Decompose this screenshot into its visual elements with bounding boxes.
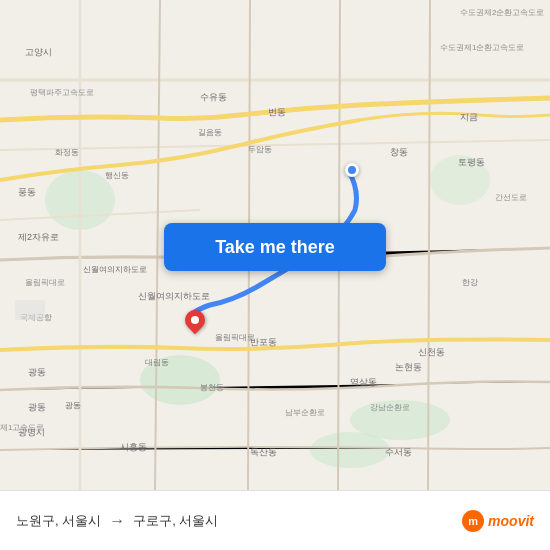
origin-marker	[345, 163, 359, 177]
route-arrow-icon: →	[109, 512, 125, 530]
svg-text:광동: 광동	[65, 401, 81, 410]
svg-text:수유동: 수유동	[200, 92, 227, 102]
svg-text:두암동: 두암동	[248, 145, 272, 154]
moovit-icon: m	[462, 510, 484, 532]
svg-text:풍동: 풍동	[18, 187, 36, 197]
moovit-logo: m moovit	[462, 510, 534, 532]
svg-text:역삼동: 역삼동	[350, 377, 377, 387]
svg-text:광동: 광동	[28, 367, 46, 377]
svg-text:올림픽대로: 올림픽대로	[25, 278, 65, 287]
svg-text:토평동: 토평동	[458, 157, 485, 167]
svg-text:광동: 광동	[28, 402, 46, 412]
svg-rect-55	[15, 300, 45, 320]
svg-text:길음동: 길음동	[198, 128, 222, 137]
svg-text:한강: 한강	[462, 278, 478, 287]
svg-text:대림동: 대림동	[145, 358, 169, 367]
svg-text:고양시: 고양시	[25, 47, 52, 57]
destination-marker	[183, 310, 207, 340]
svg-text:논현동: 논현동	[395, 362, 422, 372]
svg-text:수도권제2순환고속도로: 수도권제2순환고속도로	[460, 8, 544, 17]
svg-text:행신동: 행신동	[105, 171, 129, 180]
svg-text:남부순환로: 남부순환로	[285, 408, 325, 417]
app-container: 평택파주고속도로 고양시 수도권제1순환고속도로 수도권제2순환고속도로 풍동 …	[0, 0, 550, 550]
svg-text:신천동: 신천동	[418, 347, 445, 357]
bottom-navigation-bar: 노원구, 서울시 → 구로구, 서울시 m moovit	[0, 490, 550, 550]
svg-text:화정동: 화정동	[55, 148, 79, 157]
svg-text:독산동: 독산동	[250, 447, 277, 457]
svg-text:지금: 지금	[460, 112, 478, 122]
svg-text:신월여의지하도로: 신월여의지하도로	[138, 291, 210, 301]
svg-text:시흥동: 시흥동	[120, 442, 147, 452]
route-to: 구로구, 서울시	[133, 512, 218, 530]
take-me-there-button[interactable]: Take me there	[164, 223, 386, 271]
svg-text:창동: 창동	[390, 147, 408, 157]
svg-text:수도권제1순환고속도로: 수도권제1순환고속도로	[440, 43, 524, 52]
route-from: 노원구, 서울시	[16, 512, 101, 530]
moovit-text: moovit	[488, 513, 534, 529]
svg-text:번동: 번동	[268, 107, 286, 117]
map-view: 평택파주고속도로 고양시 수도권제1순환고속도로 수도권제2순환고속도로 풍동 …	[0, 0, 550, 490]
svg-text:올림픽대로: 올림픽대로	[215, 333, 255, 342]
svg-text:신월여의지하도로: 신월여의지하도로	[83, 265, 147, 274]
svg-text:수서동: 수서동	[385, 447, 412, 457]
svg-text:간선도로: 간선도로	[495, 193, 527, 202]
svg-text:평택파주고속도로: 평택파주고속도로	[30, 88, 94, 97]
svg-point-6	[310, 432, 390, 468]
svg-text:봉천동: 봉천동	[200, 383, 224, 392]
button-label: Take me there	[215, 237, 335, 258]
svg-text:제2자유로: 제2자유로	[18, 232, 59, 242]
svg-text:강남순환로: 강남순환로	[370, 403, 410, 412]
svg-text:제1고속도로: 제1고속도로	[0, 423, 44, 432]
